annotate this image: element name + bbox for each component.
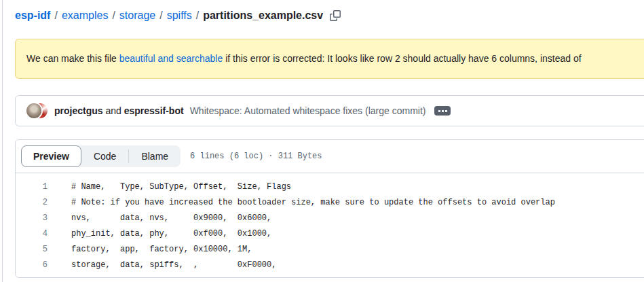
tab-blame[interactable]: Blame [129, 145, 181, 167]
latest-commit-bar: projectgus and espressif-bot Whitespace:… [15, 95, 644, 126]
breadcrumb-separator: / [54, 8, 57, 23]
code-line: 6 storage, data, spiffs, , 0xF0000, [16, 258, 644, 273]
line-number[interactable]: 5 [16, 242, 48, 258]
commit-author-2[interactable]: espressif-bot [124, 105, 184, 116]
breadcrumb-separator: / [112, 8, 115, 23]
copy-path-icon[interactable] [330, 10, 341, 21]
line-code: # Name, Type, SubType, Offset, Size, Fla… [48, 179, 291, 195]
tab-code[interactable]: Code [81, 145, 128, 167]
breadcrumb-filename: partitions_example.csv [203, 8, 323, 23]
commit-author-1[interactable]: projectgus [54, 105, 103, 116]
ellipsis-dot [438, 110, 440, 112]
line-code: storage, data, spiffs, , 0xF0000, [48, 258, 276, 273]
file-size-meta: 6 lines (6 loc) · 311 Bytes [190, 152, 322, 161]
avatar-projectgus[interactable] [26, 103, 41, 118]
banner-text-before: We can make this file [26, 53, 119, 64]
ellipsis-dot [445, 110, 447, 112]
code-line: 4 phy_init, data, phy, 0xf000, 0x1000, [16, 226, 644, 242]
csv-error-banner: We can make this file beautiful and sear… [15, 39, 644, 79]
breadcrumb: esp-idf / examples / storage / spiffs / … [15, 8, 644, 23]
line-number[interactable]: 4 [16, 226, 48, 242]
ellipsis-dot [442, 110, 444, 112]
view-mode-segmented-control: Preview Code Blame [21, 145, 181, 167]
tab-preview[interactable]: Preview [21, 145, 81, 167]
line-code: phy_init, data, phy, 0xf000, 0x1000, [48, 226, 271, 242]
code-line: 2 # Note: if you have increased the boot… [16, 195, 644, 211]
banner-text-after: if this error is corrected: It looks lik… [223, 53, 581, 64]
page-left-divider [2, 0, 3, 282]
breadcrumb-separator: / [196, 8, 199, 23]
breadcrumb-repo-link[interactable]: esp-idf [15, 8, 50, 23]
breadcrumb-link-examples[interactable]: examples [62, 8, 108, 23]
breadcrumb-link-storage[interactable]: storage [119, 8, 155, 23]
breadcrumb-separator: / [159, 8, 162, 23]
commit-message[interactable]: Whitespace: Automated whitespace fixes (… [190, 105, 426, 116]
breadcrumb-link-spiffs[interactable]: spiffs [167, 8, 192, 23]
line-number[interactable]: 6 [16, 258, 48, 273]
code-line: 5 factory, app, factory, 0x10000, 1M, [16, 242, 644, 258]
commit-author-conjunction: and [103, 105, 124, 116]
line-code: factory, app, factory, 0x10000, 1M, [48, 242, 252, 258]
banner-beautiful-searchable-link[interactable]: beautiful and searchable [119, 53, 223, 64]
file-page: esp-idf / examples / storage / spiffs / … [15, 0, 644, 278]
file-header: Preview Code Blame 6 lines (6 loc) · 311… [16, 140, 644, 173]
commit-ellipsis-expand-button[interactable] [434, 106, 451, 116]
line-number[interactable]: 2 [16, 195, 48, 211]
code-line: 1 # Name, Type, SubType, Offset, Size, F… [16, 179, 644, 195]
file-content-box: Preview Code Blame 6 lines (6 loc) · 311… [15, 139, 644, 278]
line-code: nvs, data, nvs, 0x9000, 0x6000, [48, 211, 271, 226]
line-code: # Note: if you have increased the bootlo… [48, 195, 555, 211]
commit-avatars [26, 103, 48, 118]
code-line: 3 nvs, data, nvs, 0x9000, 0x6000, [16, 211, 644, 226]
code-area: 1 # Name, Type, SubType, Offset, Size, F… [16, 173, 644, 277]
line-number[interactable]: 3 [16, 211, 48, 226]
line-number[interactable]: 1 [16, 179, 48, 195]
